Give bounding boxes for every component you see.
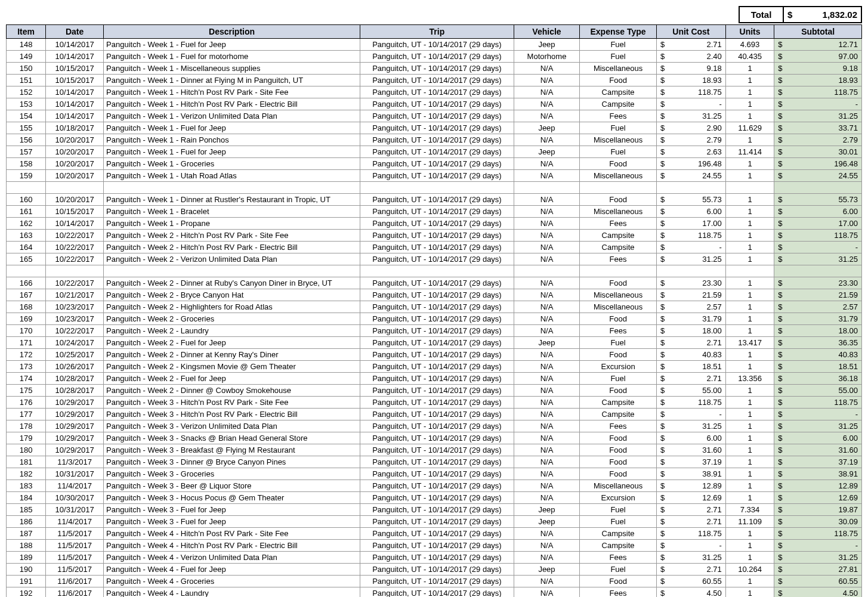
cell-subtotal: $6.00 <box>774 432 862 444</box>
cell-vehicle: N/A <box>514 253 579 265</box>
cell-date: 10/23/2017 <box>46 313 104 325</box>
cell-item: 153 <box>7 98 46 110</box>
cell-date: 10/25/2017 <box>46 349 104 361</box>
cell-unit-cost: $118.75 <box>657 86 726 98</box>
table-row: 17210/25/2017Panguitch - Week 2 - Dinner… <box>7 349 862 361</box>
col-units: Units <box>725 25 774 39</box>
cell-subtotal: $196.48 <box>774 158 862 170</box>
cell-units: 1 <box>725 385 774 397</box>
cell-description: Panguitch - Week 1 - Propane <box>104 218 360 230</box>
cell-units: 7.334 <box>725 504 774 516</box>
cell-expense-type: Excursion <box>580 492 657 504</box>
cell-trip: Panguitch, UT - 10/14/2017 (29 days) <box>360 564 514 576</box>
cell-date: 10/20/2017 <box>46 134 104 146</box>
total-value: 1,832.02 <box>823 10 857 20</box>
cell-trip: Panguitch, UT - 10/14/2017 (29 days) <box>360 110 514 122</box>
cell-trip: Panguitch, UT - 10/14/2017 (29 days) <box>360 313 514 325</box>
col-date: Date <box>46 25 104 39</box>
cell-units: 1 <box>725 349 774 361</box>
table-row: 18510/31/2017Panguitch - Week 3 - Fuel f… <box>7 504 862 516</box>
cell-item: 184 <box>7 492 46 504</box>
cell-vehicle: N/A <box>514 349 579 361</box>
cell-description: Panguitch - Week 1 - Fuel for Jeep <box>104 146 360 158</box>
cell-units: 1 <box>725 456 774 468</box>
cell-vehicle: N/A <box>514 432 579 444</box>
cell-expense-type: Campsite <box>580 397 657 409</box>
table-row: 15510/18/2017Panguitch - Week 1 - Fuel f… <box>7 122 862 134</box>
table-row: 16010/20/2017Panguitch - Week 1 - Dinner… <box>7 194 862 206</box>
cell-item: 171 <box>7 337 46 349</box>
cell-trip: Panguitch, UT - 10/14/2017 (29 days) <box>360 158 514 170</box>
cell-subtotal: $17.00 <box>774 218 862 230</box>
cell-vehicle: N/A <box>514 420 579 432</box>
cell-date: 11/4/2017 <box>46 480 104 492</box>
cell-expense-type: Food <box>580 385 657 397</box>
cell-trip: Panguitch, UT - 10/14/2017 (29 days) <box>360 420 514 432</box>
cell-subtotal: $- <box>774 409 862 420</box>
cell-item: 157 <box>7 146 46 158</box>
cell-item: 162 <box>7 218 46 230</box>
cell-units: 1 <box>725 242 774 253</box>
cell-item: 166 <box>7 277 46 289</box>
cell-trip: Panguitch, UT - 10/14/2017 (29 days) <box>360 587 514 598</box>
cell-expense-type: Food <box>580 277 657 289</box>
cell-subtotal: $36.18 <box>774 373 862 385</box>
cell-units: 1 <box>725 313 774 325</box>
cell-date: 10/14/2017 <box>46 86 104 98</box>
cell-item: 165 <box>7 253 46 265</box>
cell-unit-cost: $23.30 <box>657 277 726 289</box>
cell-expense-type: Campsite <box>580 230 657 242</box>
cell-description: Panguitch - Week 2 - Laundry <box>104 325 360 337</box>
cell-description: Panguitch - Week 2 - Fuel for Jeep <box>104 373 360 385</box>
cell-units: 4.693 <box>725 39 774 51</box>
cell-vehicle: N/A <box>514 158 579 170</box>
cell-description: Panguitch - Week 3 - Dinner @ Bryce Cany… <box>104 456 360 468</box>
table-row: 17810/29/2017Panguitch - Week 3 - Verizo… <box>7 420 862 432</box>
cell-description: Panguitch - Week 3 - Fuel for Jeep <box>104 516 360 528</box>
cell-description: Panguitch - Week 2 - Verizon Unlimited D… <box>104 253 360 265</box>
cell-item: 156 <box>7 134 46 146</box>
cell-unit-cost: $31.25 <box>657 420 726 432</box>
cell-item: 164 <box>7 242 46 253</box>
cell-item: 163 <box>7 230 46 242</box>
cell-unit-cost: $118.75 <box>657 397 726 409</box>
cell-unit-cost: $- <box>657 98 726 110</box>
cell-trip: Panguitch, UT - 10/14/2017 (29 days) <box>360 51 514 63</box>
cell-item: 192 <box>7 587 46 598</box>
cell-trip: Panguitch, UT - 10/14/2017 (29 days) <box>360 325 514 337</box>
cell-unit-cost: $17.00 <box>657 218 726 230</box>
cell-unit-cost: $12.89 <box>657 480 726 492</box>
cell-vehicle: N/A <box>514 361 579 373</box>
cell-unit-cost: $60.55 <box>657 576 726 587</box>
cell-subtotal: $12.71 <box>774 39 862 51</box>
header-row: Item Date Description Trip Vehicle Expen… <box>7 25 862 39</box>
cell-units: 1 <box>725 420 774 432</box>
cell-description: Panguitch - Week 1 - Fuel for motorhome <box>104 51 360 63</box>
cell-date: 10/22/2017 <box>46 325 104 337</box>
cell-vehicle: Jeep <box>514 564 579 576</box>
table-row: 16210/14/2017Panguitch - Week 1 - Propan… <box>7 218 862 230</box>
cell-description: Panguitch - Week 4 - Verizon Unlimited D… <box>104 552 360 564</box>
cell-vehicle: N/A <box>514 540 579 552</box>
cell-expense-type: Fuel <box>580 39 657 51</box>
cell-expense-type: Fees <box>580 110 657 122</box>
cell-units: 1 <box>725 301 774 313</box>
cell-vehicle: Jeep <box>514 122 579 134</box>
cell-subtotal: $24.55 <box>774 170 862 182</box>
cell-date: 10/31/2017 <box>46 468 104 480</box>
cell-expense-type: Food <box>580 349 657 361</box>
cell-trip: Panguitch, UT - 10/14/2017 (29 days) <box>360 373 514 385</box>
table-row: 16310/22/2017Panguitch - Week 2 - Hitch'… <box>7 230 862 242</box>
cell-unit-cost: $31.25 <box>657 552 726 564</box>
cell-units: 1 <box>725 540 774 552</box>
cell-expense-type: Campsite <box>580 242 657 253</box>
cell-unit-cost: $- <box>657 242 726 253</box>
cell-expense-type: Fees <box>580 218 657 230</box>
table-row: 18711/5/2017Panguitch - Week 4 - Hitch'n… <box>7 528 862 540</box>
cell-units: 13.356 <box>725 373 774 385</box>
cell-unit-cost: $6.00 <box>657 432 726 444</box>
cell-subtotal: $19.87 <box>774 504 862 516</box>
cell-trip: Panguitch, UT - 10/14/2017 (29 days) <box>360 337 514 349</box>
cell-trip: Panguitch, UT - 10/14/2017 (29 days) <box>360 39 514 51</box>
table-row: 17510/28/2017Panguitch - Week 2 - Dinner… <box>7 385 862 397</box>
